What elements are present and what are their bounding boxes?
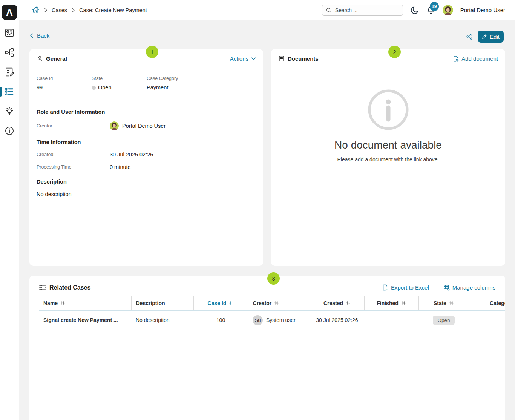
creator-label: Creator	[37, 123, 110, 129]
person-icon	[37, 55, 43, 62]
actions-dropdown[interactable]: Actions	[230, 55, 256, 62]
documents-title-text: Documents	[288, 55, 319, 62]
dashboard-icon	[5, 28, 14, 38]
sidebar-item-about[interactable]	[0, 121, 19, 141]
processing-time-value: 0 minute	[110, 164, 131, 170]
cell-creator: Su System user	[248, 310, 310, 330]
case-id-value: 99	[37, 84, 92, 90]
creator-avatar	[110, 121, 119, 130]
role-section-title: Role and User Information	[37, 109, 256, 115]
columns-gear-icon	[443, 284, 450, 291]
general-card-header: General Actions	[37, 55, 256, 62]
column-header-description[interactable]: Description	[131, 296, 193, 310]
chevron-down-icon	[251, 56, 256, 61]
chevron-right-icon	[71, 8, 75, 12]
sidebar-item-dashboard[interactable]	[0, 23, 19, 43]
back-label: Back	[37, 32, 49, 39]
state-value: Open	[98, 84, 111, 90]
lightbulb-icon	[5, 106, 14, 116]
column-header-category[interactable]: Category	[469, 296, 505, 310]
chevron-left-icon	[29, 33, 34, 38]
add-document-label: Add document	[461, 55, 498, 62]
state-badge: Open	[433, 316, 454, 325]
related-cases-header: Related Cases XLS Export to Excel	[29, 284, 505, 291]
sidebar-item-processes[interactable]	[0, 43, 19, 62]
add-document-link[interactable]: Add document	[453, 55, 498, 62]
home-icon[interactable]	[32, 6, 40, 14]
related-cases-actions: XLS Export to Excel Manage columns	[382, 284, 495, 291]
state-dot-icon	[92, 86, 96, 90]
description-title: Description	[37, 179, 256, 185]
edit-button[interactable]: Edit	[478, 31, 504, 43]
no-document-text: No document available	[271, 139, 505, 151]
case-list-icon	[39, 284, 46, 291]
step-badge-1: 1	[146, 46, 158, 58]
topbar: Cases Case: Create New Payment 19	[19, 0, 515, 20]
column-header-creator[interactable]: Creator	[248, 296, 310, 310]
export-to-excel-label: Export to Excel	[391, 284, 429, 291]
field-category: Case Category Payment	[147, 76, 178, 90]
chevron-right-icon	[43, 8, 48, 12]
general-title-text: General	[46, 55, 67, 62]
search-input[interactable]	[334, 7, 399, 14]
add-document-hint: Please add a document with the link abov…	[271, 156, 505, 162]
topbar-right: 19 Portal Demo User	[322, 5, 505, 16]
dark-mode-toggle[interactable]	[410, 6, 419, 15]
sidebar-item-improvement[interactable]	[0, 101, 19, 121]
sidebar-item-tasks[interactable]	[0, 62, 19, 82]
info-circle-icon	[367, 89, 409, 131]
processing-time-label: Processing Time	[37, 164, 110, 170]
category-value: Payment	[147, 84, 178, 90]
creator-value: Portal Demo User	[122, 123, 166, 129]
state-label: State	[92, 76, 147, 81]
documents-card: 2 Documents Add document	[271, 49, 505, 266]
column-header-name[interactable]: Name	[39, 296, 131, 310]
created-value: 30 Jul 2025 02:26	[110, 152, 153, 158]
notifications-bell[interactable]: 19	[426, 6, 435, 15]
sort-icon	[449, 300, 454, 305]
created-row: Created 30 Jul 2025 02:26	[37, 152, 256, 158]
export-to-excel-link[interactable]: XLS Export to Excel	[382, 284, 429, 291]
add-document-icon	[453, 56, 459, 62]
user-avatar[interactable]	[443, 5, 453, 15]
cases-icon	[5, 87, 14, 97]
column-header-finished[interactable]: Finished	[364, 296, 418, 310]
column-header-state[interactable]: State	[418, 296, 469, 310]
column-header-case-id[interactable]: Case Id	[193, 296, 248, 310]
step-badge-3: 3	[267, 272, 280, 285]
case-id-label: Case Id	[37, 76, 92, 81]
cell-category	[469, 310, 505, 330]
back-button[interactable]: Back	[29, 32, 49, 39]
created-label: Created	[37, 152, 110, 157]
general-fields: Case Id 99 State Open Case Category Paym…	[37, 76, 256, 90]
app-logo[interactable]: Λ	[2, 5, 17, 20]
category-label: Case Category	[147, 76, 178, 81]
cell-state: Open	[418, 310, 469, 330]
breadcrumb-cases[interactable]: Cases	[52, 7, 67, 13]
user-name[interactable]: Portal Demo User	[460, 7, 505, 13]
tasks-icon	[5, 67, 14, 77]
processing-row: Processing Time 0 minute	[37, 164, 256, 170]
sidebar-item-cases[interactable]	[0, 82, 19, 101]
excel-export-icon: XLS	[382, 284, 388, 291]
table-header-row: Name Description Case Id	[39, 296, 505, 310]
svg-text:XLS: XLS	[385, 289, 388, 291]
processes-icon	[5, 48, 14, 57]
sidebar-nav	[0, 23, 19, 141]
search-icon	[326, 7, 332, 13]
table-row[interactable]: Signal create New Payment ... No descrip…	[39, 310, 505, 330]
creator-initials-avatar: Su	[253, 315, 263, 325]
time-section-title: Time Information	[37, 139, 256, 145]
manage-columns-link[interactable]: Manage columns	[443, 284, 495, 291]
share-icon[interactable]	[466, 33, 473, 40]
cell-name[interactable]: Signal create New Payment ...	[39, 310, 131, 330]
edit-label: Edit	[490, 34, 500, 40]
document-icon	[278, 55, 285, 62]
related-cases-table: Name Description Case Id	[39, 296, 505, 330]
creator-row: Creator Portal Demo User	[37, 121, 256, 130]
column-header-created[interactable]: Created	[310, 296, 364, 310]
sort-icon	[60, 300, 65, 305]
sidebar: Λ	[0, 0, 19, 420]
sort-descending-icon	[229, 300, 234, 305]
manage-columns-label: Manage columns	[452, 284, 495, 291]
